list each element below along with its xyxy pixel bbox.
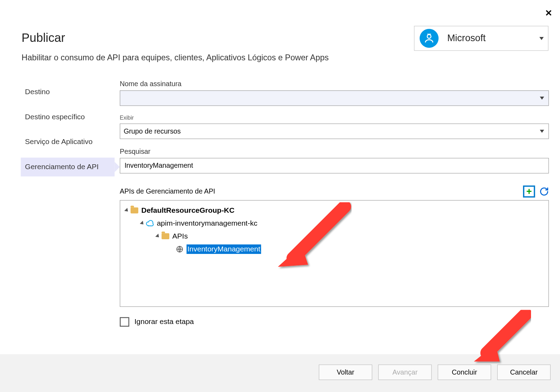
subscription-select[interactable]	[120, 90, 549, 106]
view-value: Grupo de recursos	[124, 127, 181, 135]
api-tree: DefaultResourceGroup-KC apim-inventoryma…	[120, 200, 549, 307]
expand-toggle-icon[interactable]	[140, 221, 145, 226]
avatar-icon	[420, 29, 439, 48]
sidebar-item-destino[interactable]: Destino	[21, 83, 115, 101]
tree-row-apis-folder[interactable]: APIs	[124, 230, 545, 243]
sidebar-item-destino-especifico[interactable]: Destino específico	[21, 108, 115, 127]
view-select[interactable]: Grupo de recursos	[120, 123, 549, 139]
account-name: Microsoft	[439, 33, 539, 44]
tree-root-label: DefaultResourceGroup-KC	[141, 206, 235, 215]
next-button: Avançar	[378, 364, 432, 380]
folder-icon	[161, 232, 170, 241]
search-input[interactable]	[120, 158, 549, 173]
skip-step-label: Ignorar esta etapa	[134, 318, 194, 326]
tree-service-label: apim-inventorymanagement-kc	[157, 219, 257, 228]
tree-selected-api: InventoryManagement	[186, 244, 261, 254]
cancel-button[interactable]: Cancelar	[497, 364, 551, 380]
tree-label: APIs de Gerenciamento de API	[120, 188, 523, 195]
skip-step-checkbox[interactable]	[120, 317, 129, 326]
sidebar-item-servico-aplicativo[interactable]: Serviço de Aplicativo	[21, 133, 115, 151]
expand-toggle-icon[interactable]	[155, 234, 161, 239]
expand-toggle-icon[interactable]	[124, 208, 130, 213]
tree-row-api-item[interactable]: InventoryManagement	[124, 243, 545, 256]
chevron-down-icon	[539, 37, 544, 40]
close-icon[interactable]: ✕	[545, 8, 552, 18]
subscription-label: Nome da assinatura	[120, 80, 549, 88]
chevron-down-icon	[540, 97, 544, 100]
page-subtitle: Habilitar o consumo de API para equipes,…	[22, 53, 329, 62]
tree-row-service[interactable]: apim-inventorymanagement-kc	[124, 217, 545, 230]
folder-icon	[130, 206, 139, 215]
globe-icon	[175, 245, 184, 254]
chevron-down-icon	[540, 130, 544, 133]
finish-button[interactable]: Concluir	[438, 364, 491, 380]
back-button[interactable]: Voltar	[319, 364, 372, 380]
dialog-footer: Voltar Avançar Concluir Cancelar	[0, 354, 560, 392]
account-selector[interactable]: Microsoft	[414, 26, 548, 51]
sidebar-item-gerenciamento-api[interactable]: Gerenciamento de API	[21, 158, 115, 176]
view-label: Exibir	[120, 114, 549, 121]
tree-folder-label: APIs	[172, 232, 188, 241]
add-api-button[interactable]: +	[523, 186, 535, 198]
search-label: Pesquisar	[120, 148, 549, 155]
sidebar: Destino Destino específico Serviço de Ap…	[21, 83, 115, 182]
page-title: Publicar	[22, 31, 65, 45]
tree-row-resource-group[interactable]: DefaultResourceGroup-KC	[124, 204, 545, 217]
cloud-service-icon	[146, 219, 154, 228]
refresh-button[interactable]	[539, 187, 549, 196]
svg-point-0	[427, 35, 431, 38]
